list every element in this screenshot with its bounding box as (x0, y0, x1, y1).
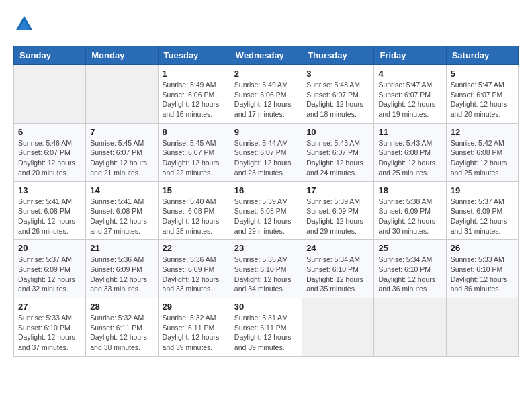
day-number: 21 (90, 243, 153, 253)
day-info: Sunrise: 5:41 AM Sunset: 6:08 PM Dayligh… (18, 197, 81, 236)
day-number: 29 (163, 302, 226, 312)
calendar-cell: 19Sunrise: 5:37 AM Sunset: 6:09 PM Dayli… (446, 181, 518, 240)
calendar-cell: 7Sunrise: 5:45 AM Sunset: 6:07 PM Daylig… (86, 123, 158, 181)
day-info: Sunrise: 5:39 AM Sunset: 6:09 PM Dayligh… (306, 197, 369, 236)
day-info: Sunrise: 5:33 AM Sunset: 6:10 PM Dayligh… (18, 313, 81, 353)
day-number: 25 (378, 243, 441, 253)
day-number: 7 (90, 127, 153, 137)
calendar-cell: 23Sunrise: 5:35 AM Sunset: 6:10 PM Dayli… (230, 240, 302, 298)
day-number: 15 (163, 185, 226, 195)
day-info: Sunrise: 5:32 AM Sunset: 6:11 PM Dayligh… (90, 313, 153, 353)
header-day-tuesday: Tuesday (158, 46, 230, 65)
calendar-cell: 30Sunrise: 5:31 AM Sunset: 6:11 PM Dayli… (230, 298, 302, 357)
day-number: 23 (234, 243, 298, 253)
day-number: 5 (451, 68, 514, 79)
day-number: 13 (18, 185, 81, 195)
day-number: 2 (234, 68, 298, 79)
day-info: Sunrise: 5:32 AM Sunset: 6:11 PM Dayligh… (163, 313, 226, 353)
day-number: 28 (90, 302, 153, 312)
calendar-cell: 12Sunrise: 5:42 AM Sunset: 6:08 PM Dayli… (446, 123, 518, 181)
calendar-cell: 29Sunrise: 5:32 AM Sunset: 6:11 PM Dayli… (158, 298, 230, 357)
calendar-cell: 2Sunrise: 5:49 AM Sunset: 6:06 PM Daylig… (230, 65, 302, 124)
header-day-saturday: Saturday (446, 46, 518, 65)
day-number: 20 (18, 243, 81, 253)
calendar-cell: 14Sunrise: 5:41 AM Sunset: 6:08 PM Dayli… (86, 181, 158, 240)
day-info: Sunrise: 5:47 AM Sunset: 6:07 PM Dayligh… (378, 80, 441, 120)
day-info: Sunrise: 5:38 AM Sunset: 6:09 PM Dayligh… (378, 197, 441, 236)
day-info: Sunrise: 5:48 AM Sunset: 6:07 PM Dayligh… (306, 80, 369, 120)
header-day-wednesday: Wednesday (230, 46, 302, 65)
calendar-cell: 24Sunrise: 5:34 AM Sunset: 6:10 PM Dayli… (302, 240, 374, 298)
day-number: 30 (234, 302, 298, 312)
calendar-cell: 15Sunrise: 5:40 AM Sunset: 6:08 PM Dayli… (158, 181, 230, 240)
day-number: 18 (378, 185, 441, 195)
calendar-cell (302, 298, 374, 357)
day-info: Sunrise: 5:34 AM Sunset: 6:10 PM Dayligh… (378, 255, 441, 294)
day-info: Sunrise: 5:31 AM Sunset: 6:11 PM Dayligh… (234, 313, 298, 353)
header-row: SundayMondayTuesdayWednesdayThursdayFrid… (14, 46, 519, 65)
calendar-cell (374, 298, 446, 357)
calendar-cell: 1Sunrise: 5:49 AM Sunset: 6:06 PM Daylig… (158, 65, 230, 124)
calendar-cell (446, 298, 518, 357)
logo-icon (13, 13, 35, 35)
day-number: 27 (18, 302, 81, 312)
calendar-cell: 11Sunrise: 5:43 AM Sunset: 6:08 PM Dayli… (374, 123, 446, 181)
day-number: 11 (378, 127, 441, 137)
day-info: Sunrise: 5:43 AM Sunset: 6:07 PM Dayligh… (306, 138, 369, 178)
day-number: 1 (163, 68, 226, 79)
day-info: Sunrise: 5:39 AM Sunset: 6:08 PM Dayligh… (234, 197, 298, 236)
calendar-cell: 6Sunrise: 5:46 AM Sunset: 6:07 PM Daylig… (14, 123, 86, 181)
calendar-cell: 26Sunrise: 5:33 AM Sunset: 6:10 PM Dayli… (446, 240, 518, 298)
day-number: 6 (18, 127, 81, 137)
calendar-cell: 28Sunrise: 5:32 AM Sunset: 6:11 PM Dayli… (86, 298, 158, 357)
day-info: Sunrise: 5:40 AM Sunset: 6:08 PM Dayligh… (163, 197, 226, 236)
day-number: 4 (378, 68, 441, 79)
day-number: 10 (306, 127, 369, 137)
calendar-cell: 27Sunrise: 5:33 AM Sunset: 6:10 PM Dayli… (14, 298, 86, 357)
calendar-cell: 8Sunrise: 5:45 AM Sunset: 6:07 PM Daylig… (158, 123, 230, 181)
calendar-cell: 18Sunrise: 5:38 AM Sunset: 6:09 PM Dayli… (374, 181, 446, 240)
day-info: Sunrise: 5:45 AM Sunset: 6:07 PM Dayligh… (163, 138, 226, 178)
week-row-3: 13Sunrise: 5:41 AM Sunset: 6:08 PM Dayli… (14, 181, 519, 240)
week-row-4: 20Sunrise: 5:37 AM Sunset: 6:09 PM Dayli… (14, 240, 519, 298)
day-number: 17 (306, 185, 369, 195)
day-number: 19 (451, 185, 514, 195)
day-info: Sunrise: 5:47 AM Sunset: 6:07 PM Dayligh… (451, 80, 514, 120)
day-info: Sunrise: 5:42 AM Sunset: 6:08 PM Dayligh… (451, 138, 514, 178)
day-number: 14 (90, 185, 153, 195)
header-day-sunday: Sunday (14, 46, 86, 65)
calendar-cell: 22Sunrise: 5:36 AM Sunset: 6:09 PM Dayli… (158, 240, 230, 298)
calendar-header: SundayMondayTuesdayWednesdayThursdayFrid… (14, 46, 519, 65)
calendar-cell: 20Sunrise: 5:37 AM Sunset: 6:09 PM Dayli… (14, 240, 86, 298)
day-info: Sunrise: 5:35 AM Sunset: 6:10 PM Dayligh… (234, 255, 298, 294)
week-row-1: 1Sunrise: 5:49 AM Sunset: 6:06 PM Daylig… (14, 65, 519, 124)
day-info: Sunrise: 5:37 AM Sunset: 6:09 PM Dayligh… (451, 197, 514, 236)
day-info: Sunrise: 5:37 AM Sunset: 6:09 PM Dayligh… (18, 255, 81, 294)
calendar-cell: 25Sunrise: 5:34 AM Sunset: 6:10 PM Dayli… (374, 240, 446, 298)
day-number: 9 (234, 127, 298, 137)
calendar-cell: 3Sunrise: 5:48 AM Sunset: 6:07 PM Daylig… (302, 65, 374, 124)
calendar-body: 1Sunrise: 5:49 AM Sunset: 6:06 PM Daylig… (14, 65, 519, 357)
day-info: Sunrise: 5:49 AM Sunset: 6:06 PM Dayligh… (234, 80, 298, 120)
calendar-cell: 21Sunrise: 5:36 AM Sunset: 6:09 PM Dayli… (86, 240, 158, 298)
day-number: 22 (163, 243, 226, 253)
day-info: Sunrise: 5:41 AM Sunset: 6:08 PM Dayligh… (90, 197, 153, 236)
day-number: 16 (234, 185, 298, 195)
day-info: Sunrise: 5:36 AM Sunset: 6:09 PM Dayligh… (163, 255, 226, 294)
calendar-cell (86, 65, 158, 124)
day-info: Sunrise: 5:33 AM Sunset: 6:10 PM Dayligh… (451, 255, 514, 294)
day-number: 12 (451, 127, 514, 137)
calendar-cell: 5Sunrise: 5:47 AM Sunset: 6:07 PM Daylig… (446, 65, 518, 124)
calendar-cell: 13Sunrise: 5:41 AM Sunset: 6:08 PM Dayli… (14, 181, 86, 240)
day-number: 24 (306, 243, 369, 253)
day-info: Sunrise: 5:43 AM Sunset: 6:08 PM Dayligh… (378, 138, 441, 178)
calendar-cell: 17Sunrise: 5:39 AM Sunset: 6:09 PM Dayli… (302, 181, 374, 240)
day-number: 8 (163, 127, 226, 137)
day-info: Sunrise: 5:46 AM Sunset: 6:07 PM Dayligh… (18, 138, 81, 178)
calendar-cell: 4Sunrise: 5:47 AM Sunset: 6:07 PM Daylig… (374, 65, 446, 124)
day-info: Sunrise: 5:34 AM Sunset: 6:10 PM Dayligh… (306, 255, 369, 294)
calendar-cell: 9Sunrise: 5:44 AM Sunset: 6:07 PM Daylig… (230, 123, 302, 181)
day-number: 3 (306, 68, 369, 79)
header-day-friday: Friday (374, 46, 446, 65)
calendar-cell: 10Sunrise: 5:43 AM Sunset: 6:07 PM Dayli… (302, 123, 374, 181)
